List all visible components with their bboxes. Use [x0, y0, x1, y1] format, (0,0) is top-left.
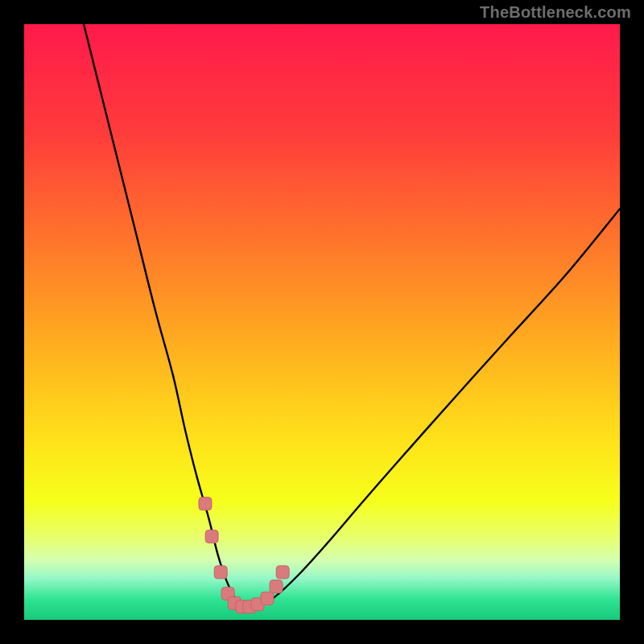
- gradient-background: [24, 24, 620, 620]
- marker-point: [261, 592, 274, 605]
- marker-point: [270, 580, 283, 593]
- watermark-text: TheBottleneck.com: [480, 3, 631, 22]
- chart-plot-area: [24, 24, 620, 620]
- bottleneck-chart: [24, 24, 620, 620]
- marker-point: [276, 566, 289, 579]
- marker-point: [199, 497, 212, 510]
- marker-point: [205, 530, 218, 543]
- marker-point: [214, 566, 227, 579]
- chart-frame: TheBottleneck.com: [0, 0, 644, 644]
